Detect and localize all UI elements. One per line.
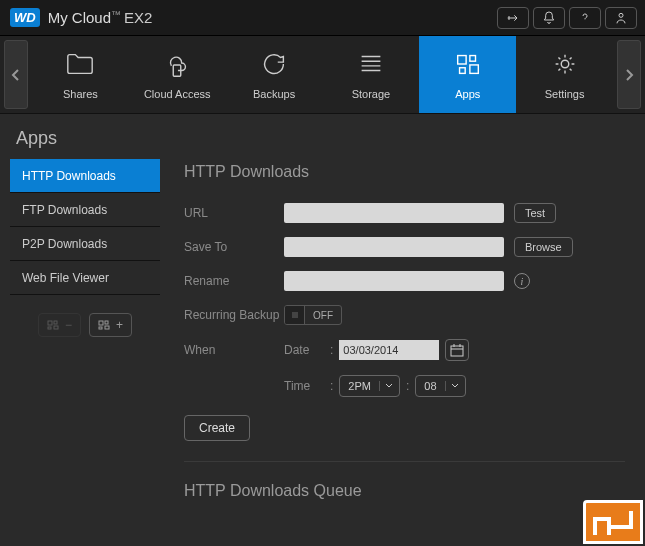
sidebar-item-label: P2P Downloads xyxy=(22,237,107,251)
divider xyxy=(184,461,625,462)
colon: : xyxy=(406,379,409,393)
row-rename: Rename i xyxy=(184,271,625,291)
nav-settings[interactable]: Settings xyxy=(516,36,613,113)
queue-title: HTTP Downloads Queue xyxy=(184,482,625,500)
remove-app-button: − xyxy=(38,313,81,337)
row-when-date: When Date : xyxy=(184,339,625,361)
nav-cloud-access[interactable]: Cloud Access xyxy=(129,36,226,113)
label-date: Date xyxy=(284,343,324,357)
svg-rect-14 xyxy=(99,327,102,329)
backup-icon xyxy=(259,50,289,82)
svg-rect-12 xyxy=(105,321,108,324)
svg-rect-8 xyxy=(54,321,57,324)
sidebar-item-web-file-viewer[interactable]: Web File Viewer xyxy=(10,261,160,295)
url-input[interactable] xyxy=(284,203,504,223)
body: HTTP Downloads FTP Downloads P2P Downloa… xyxy=(0,159,645,522)
sidebar-item-p2p-downloads[interactable]: P2P Downloads xyxy=(10,227,160,261)
wd-logo: WD xyxy=(10,8,40,27)
calendar-button[interactable] xyxy=(445,339,469,361)
nav-label: Shares xyxy=(63,88,98,100)
page-title: Apps xyxy=(0,114,645,159)
time-min-value: 08 xyxy=(416,380,444,392)
svg-rect-4 xyxy=(470,64,478,72)
row-save-to: Save To Browse xyxy=(184,237,625,257)
row-recurring: Recurring Backup OFF xyxy=(184,305,625,325)
sidebar-item-http-downloads[interactable]: HTTP Downloads xyxy=(10,159,160,193)
panel-title: HTTP Downloads xyxy=(184,163,625,181)
nav-label: Cloud Access xyxy=(144,88,211,100)
header-actions xyxy=(493,7,637,29)
nav-label: Apps xyxy=(455,88,480,100)
svg-rect-3 xyxy=(470,55,476,61)
usb-icon[interactable] xyxy=(497,7,529,29)
sidebar-item-label: FTP Downloads xyxy=(22,203,107,217)
nav-backups[interactable]: Backups xyxy=(226,36,323,113)
svg-rect-2 xyxy=(457,55,465,63)
label-time: Time xyxy=(284,379,324,393)
site-watermark xyxy=(583,500,643,544)
label-when: When xyxy=(184,343,284,357)
time-hour-value: 2PM xyxy=(340,380,379,392)
nav-prev-button[interactable] xyxy=(4,40,28,109)
minus-icon: − xyxy=(65,318,72,332)
colon: : xyxy=(330,379,333,393)
test-button[interactable]: Test xyxy=(514,203,556,223)
sidebar-actions: − + xyxy=(10,313,160,337)
row-when-time: Time : 2PM : 08 xyxy=(184,375,625,397)
user-icon[interactable] xyxy=(605,7,637,29)
browse-button[interactable]: Browse xyxy=(514,237,573,257)
nav-label: Storage xyxy=(352,88,391,100)
main-panel: HTTP Downloads URL Test Save To Browse R… xyxy=(160,159,635,522)
recurring-toggle[interactable]: OFF xyxy=(284,305,342,325)
nav-next-button[interactable] xyxy=(617,40,641,109)
bell-icon[interactable] xyxy=(533,7,565,29)
svg-rect-11 xyxy=(99,321,103,325)
apps-icon xyxy=(453,50,483,82)
gear-icon xyxy=(550,50,580,82)
svg-rect-7 xyxy=(48,321,52,325)
storage-icon xyxy=(356,50,386,82)
sidebar-item-ftp-downloads[interactable]: FTP Downloads xyxy=(10,193,160,227)
header-bar: WD My Cloud™EX2 xyxy=(0,0,645,36)
folder-icon xyxy=(65,50,95,82)
svg-rect-10 xyxy=(48,327,51,329)
save-to-input[interactable] xyxy=(284,237,504,257)
trademark: ™ xyxy=(111,9,121,20)
toggle-handle-icon xyxy=(285,306,305,324)
product-name: My Cloud™EX2 xyxy=(48,9,153,26)
svg-rect-5 xyxy=(459,67,465,73)
time-hour-select[interactable]: 2PM xyxy=(339,375,400,397)
rename-input[interactable] xyxy=(284,271,504,291)
nav-shares[interactable]: Shares xyxy=(32,36,129,113)
nav-apps[interactable]: Apps xyxy=(419,36,516,113)
row-url: URL Test xyxy=(184,203,625,223)
product-text: My Cloud xyxy=(48,9,111,26)
svg-rect-13 xyxy=(105,326,109,329)
label-url: URL xyxy=(184,206,284,220)
nav-items: Shares Cloud Access Backups Storage Apps… xyxy=(32,36,613,113)
svg-point-6 xyxy=(561,60,569,68)
time-min-select[interactable]: 08 xyxy=(415,375,465,397)
sidebar-item-label: HTTP Downloads xyxy=(22,169,116,183)
chevron-down-icon xyxy=(379,381,399,391)
svg-rect-15 xyxy=(451,346,463,356)
chevron-down-icon xyxy=(445,381,465,391)
top-nav: Shares Cloud Access Backups Storage Apps… xyxy=(0,36,645,114)
help-icon[interactable] xyxy=(569,7,601,29)
label-rename: Rename xyxy=(184,274,284,288)
nav-label: Settings xyxy=(545,88,585,100)
info-icon[interactable]: i xyxy=(514,273,530,289)
date-input[interactable] xyxy=(339,340,439,360)
nav-storage[interactable]: Storage xyxy=(322,36,419,113)
add-app-button[interactable]: + xyxy=(89,313,132,337)
apps-sidebar: HTTP Downloads FTP Downloads P2P Downloa… xyxy=(10,159,160,522)
svg-rect-9 xyxy=(54,326,58,329)
label-save-to: Save To xyxy=(184,240,284,254)
create-button[interactable]: Create xyxy=(184,415,250,441)
sidebar-item-label: Web File Viewer xyxy=(22,271,109,285)
label-recurring: Recurring Backup xyxy=(184,308,284,322)
nav-label: Backups xyxy=(253,88,295,100)
cloud-device-icon xyxy=(162,50,192,82)
plus-icon: + xyxy=(116,318,123,332)
svg-point-0 xyxy=(619,13,623,17)
